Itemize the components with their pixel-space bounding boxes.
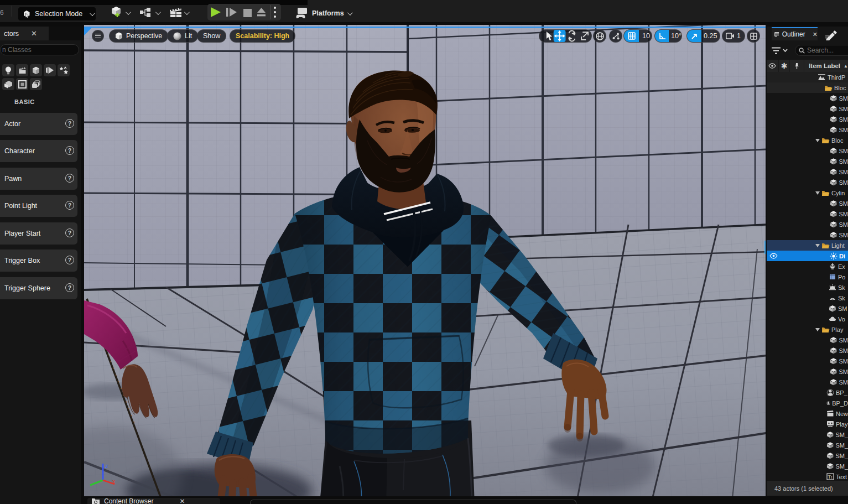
svg-text:z: z [105, 463, 108, 469]
svg-text:x: x [112, 479, 115, 485]
svg-text:Tt: Tt [828, 474, 833, 480]
